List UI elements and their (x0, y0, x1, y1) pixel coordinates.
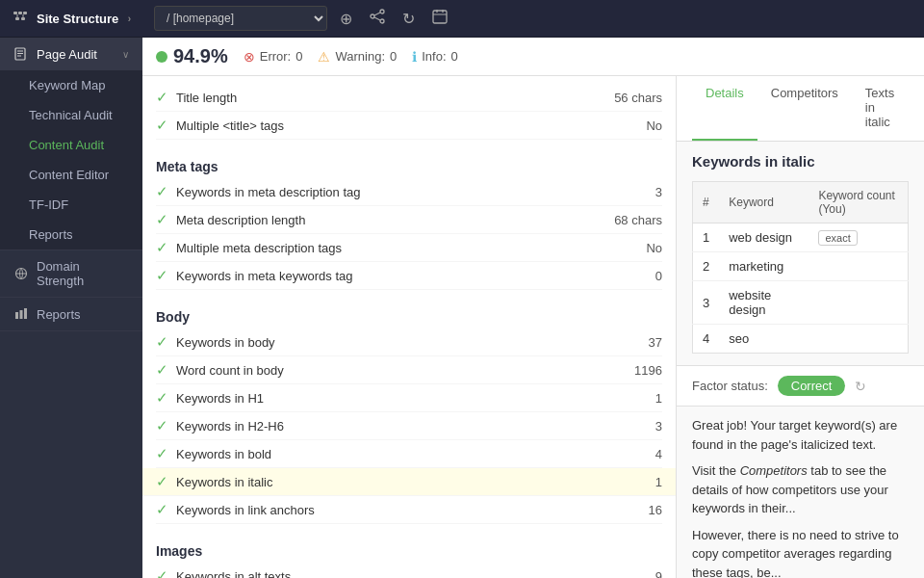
domain-strength-icon (13, 266, 29, 281)
sidebar-item-content-audit[interactable]: Content Audit (0, 130, 142, 160)
warning-icon: ⚠ (318, 49, 330, 65)
row-label: Multiple <title> tags (176, 118, 646, 133)
row-value: No (646, 118, 662, 133)
tab-competitors[interactable]: Competitors (757, 76, 852, 141)
check-icon: ✓ (156, 473, 168, 490)
table-header-row: # Keyword Keyword count (You) (693, 182, 909, 223)
meta-section: Meta tags ✓ Keywords in meta description… (142, 144, 676, 294)
sidebar-item-domain-strength[interactable]: Domain Strength (0, 250, 142, 297)
status-bar: 94.9% ⊗ Error: 0 ⚠ Warning: 0 ℹ Info: 0 (142, 38, 924, 76)
sidebar-title: Site Structure (37, 12, 118, 26)
row-keyword: web design (719, 223, 808, 252)
row-value: No (646, 241, 662, 255)
sidebar-item-page-audit[interactable]: Page Audit ∨ (0, 38, 142, 70)
row-keyword: website design (719, 281, 808, 325)
sidebar: Site Structure › Page Audit ∨ Keyword Ma… (0, 0, 142, 578)
add-button[interactable]: ⊕ (335, 8, 357, 30)
table-row: 4 seo (693, 325, 909, 354)
row-num: 3 (693, 281, 720, 325)
warning-value: 0 (390, 49, 397, 64)
sidebar-header[interactable]: Site Structure › (0, 0, 142, 38)
check-icon: ✓ (156, 445, 168, 462)
right-panel: Details Competitors Texts in italic Keyw… (677, 76, 924, 578)
detail-section-title: Keywords in italic (692, 153, 909, 170)
col-keyword: Keyword (719, 182, 808, 223)
table-row: ✓ Keywords in H1 1 (156, 384, 662, 412)
table-row: ✓ Keywords in meta keywords tag 0 (156, 262, 662, 290)
images-section: Images ✓ Keywords in alt texts 9 ✓ Empty… (142, 528, 676, 578)
tab-details[interactable]: Details (692, 76, 757, 141)
check-icon: ✓ (156, 267, 168, 284)
info-status: ℹ Info: 0 (412, 49, 458, 65)
svg-point-17 (371, 14, 374, 18)
svg-rect-2 (23, 12, 27, 14)
check-icon: ✓ (156, 239, 168, 256)
site-structure-icon (12, 10, 29, 27)
sidebar-item-content-editor[interactable]: Content Editor (0, 160, 142, 190)
refresh-button[interactable]: ↻ (398, 8, 420, 30)
table-row: ✓ Multiple meta description tags No (156, 234, 662, 262)
row-value: 4 (655, 447, 662, 461)
info-value: 0 (451, 49, 458, 64)
row-value: 1 (655, 391, 662, 406)
sidebar-item-tf-idf[interactable]: TF-IDF (0, 190, 142, 220)
check-icon: ✓ (156, 501, 168, 518)
table-row: ✓ Title length 56 chars (156, 84, 662, 112)
meta-section-title: Meta tags (156, 151, 662, 178)
table-row: ✓ Meta description length 68 chars (156, 206, 662, 234)
row-value: 1196 (634, 363, 662, 378)
score-display: 94.9% (156, 45, 228, 67)
share-button[interactable] (365, 7, 390, 30)
factor-status-bar: Factor status: Correct ↻ (677, 365, 924, 407)
calendar-button[interactable] (427, 7, 452, 30)
table-row: ✓ Keywords in alt texts 9 (156, 563, 662, 578)
svg-point-16 (380, 10, 384, 13)
svg-line-19 (374, 13, 380, 15)
check-icon: ✓ (156, 89, 168, 106)
reports-icon (13, 306, 29, 322)
table-row: ✓ Keywords in link anchors 16 (156, 496, 662, 524)
error-label: Error: (260, 49, 292, 64)
col-num: # (693, 182, 720, 223)
sidebar-item-keyword-map[interactable]: Keyword Map (0, 70, 142, 100)
page-audit-icon (13, 46, 29, 62)
url-select[interactable]: / [homepage] (154, 6, 327, 31)
reports-section: Reports (0, 298, 142, 331)
detail-content: Keywords in italic # Keyword Keyword cou… (677, 142, 924, 365)
sidebar-item-reports-sub[interactable]: Reports (0, 220, 142, 250)
row-num: 2 (693, 252, 720, 281)
content-area: ✓ Title length 56 chars ✓ Multiple <titl… (142, 76, 924, 578)
row-count (808, 325, 908, 354)
tab-texts-in-italic[interactable]: Texts in italic (852, 76, 909, 141)
table-row: 1 web design exact (693, 223, 909, 252)
row-value: 9 (655, 569, 662, 579)
row-label: Meta description length (176, 213, 614, 227)
row-value: 1 (655, 475, 662, 489)
sidebar-chevron-icon: › (128, 13, 131, 24)
top-rows: ✓ Title length 56 chars ✓ Multiple <titl… (142, 76, 676, 144)
factor-refresh-icon[interactable]: ↻ (855, 379, 866, 394)
row-count: exact (808, 223, 908, 252)
score-dot (156, 51, 167, 63)
check-icon: ✓ (156, 389, 168, 407)
svg-rect-14 (20, 310, 23, 319)
info-label: Info: (422, 49, 446, 64)
row-label: Keywords in meta description tag (176, 185, 655, 199)
svg-rect-0 (13, 12, 17, 14)
error-status: ⊗ Error: 0 (244, 49, 303, 65)
score-value: 94.9% (173, 45, 228, 67)
page-audit-subitems: Keyword Map Technical Audit Content Audi… (0, 70, 142, 250)
left-panel: ✓ Title length 56 chars ✓ Multiple <titl… (142, 76, 677, 578)
table-row-highlighted[interactable]: ✓ Keywords in italic 1 (142, 468, 676, 496)
row-value: 3 (655, 419, 662, 434)
sidebar-item-reports[interactable]: Reports (0, 298, 142, 330)
reports-label: Reports (37, 307, 81, 322)
table-row: ✓ Multiple <title> tags No (156, 112, 662, 140)
row-label: Keywords in body (176, 335, 649, 350)
sidebar-item-technical-audit[interactable]: Technical Audit (0, 100, 142, 130)
svg-point-18 (380, 19, 384, 23)
row-value: 0 (655, 269, 662, 283)
main-content: / [homepage] ⊕ ↻ 94.9% (142, 0, 924, 578)
row-label: Keywords in link anchors (176, 503, 649, 517)
svg-line-20 (374, 17, 380, 20)
